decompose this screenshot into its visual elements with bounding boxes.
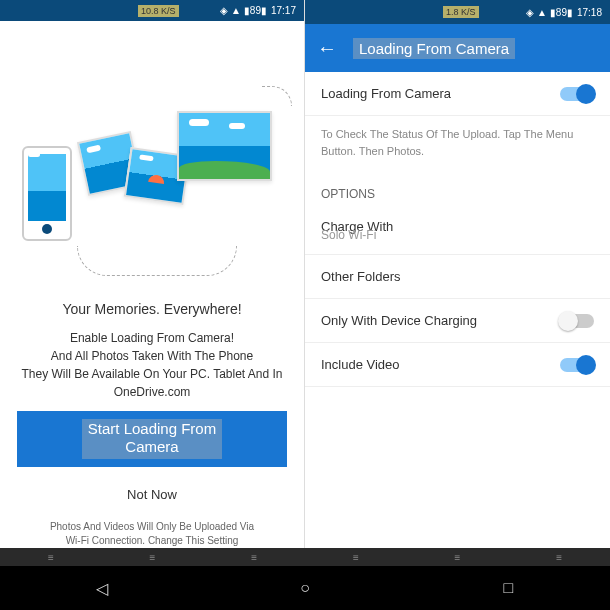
back-nav-button[interactable]: ◁ xyxy=(42,579,162,598)
only-charging-toggle-row[interactable]: Only With Device Charging xyxy=(305,299,610,343)
only-charging-toggle[interactable] xyxy=(560,314,594,328)
signal-icon: ▲ xyxy=(231,5,241,16)
status-bar-left: 10.8 K/S ◈ ▲ ▮89▮ 17:17 xyxy=(0,0,304,21)
menu-icon: ≡ xyxy=(556,552,562,563)
menu-icon: ≡ xyxy=(251,552,257,563)
back-arrow-icon[interactable]: ← xyxy=(317,37,337,60)
home-nav-button[interactable]: ○ xyxy=(245,579,365,597)
options-section-label: OPTIONS xyxy=(305,169,610,209)
battery-icon: ▮89▮ xyxy=(244,5,267,16)
menu-icon: ≡ xyxy=(48,552,54,563)
status-icons: ◈ ▲ ▮89▮ xyxy=(526,7,573,18)
status-description: To Check The Status Of The Upload. Tap T… xyxy=(305,116,610,169)
setting-label: Loading From Camera xyxy=(321,86,451,101)
status-bar-right: 1.8 K/S ◈ ▲ ▮89▮ 17:18 xyxy=(305,0,610,24)
page-description: Enable Loading From Camera! And All Phot… xyxy=(13,329,290,401)
photo-thumbnail-3 xyxy=(177,111,272,181)
network-speed: 1.8 K/S xyxy=(443,6,479,18)
navigation-bar: ◁ ○ □ xyxy=(0,566,610,610)
app-bar: ← Loading From Camera xyxy=(305,24,610,72)
setting-label: Only With Device Charging xyxy=(321,313,477,328)
onboarding-illustration xyxy=(12,81,292,261)
loading-camera-toggle[interactable] xyxy=(560,87,594,101)
not-now-button[interactable]: Not Now xyxy=(127,487,177,502)
phone-graphic xyxy=(22,146,72,241)
wifi-icon: ◈ xyxy=(526,7,534,18)
other-folders-row[interactable]: Other Folders xyxy=(305,255,610,299)
setting-label: Include Video xyxy=(321,357,400,372)
recent-nav-button[interactable]: □ xyxy=(448,579,568,597)
menu-icon: ≡ xyxy=(455,552,461,563)
charge-with-value: Solo Wi-Fi xyxy=(305,228,610,255)
setting-label: Other Folders xyxy=(321,269,400,284)
clock: 17:18 xyxy=(577,7,602,18)
include-video-toggle-row[interactable]: Include Video xyxy=(305,343,610,387)
network-speed: 10.8 K/S xyxy=(138,5,179,17)
menu-icon: ≡ xyxy=(150,552,156,563)
wifi-icon: ◈ xyxy=(220,5,228,16)
clock: 17:17 xyxy=(271,5,296,16)
signal-icon: ▲ xyxy=(537,7,547,18)
footer-note: Photos And Videos Will Only Be Uploaded … xyxy=(50,520,254,548)
battery-icon: ▮89▮ xyxy=(550,7,573,18)
menu-icon: ≡ xyxy=(353,552,359,563)
start-loading-button[interactable]: Start Loading From Camera xyxy=(17,411,287,467)
extra-bar: ≡ ≡ ≡ ≡ ≡ ≡ xyxy=(0,548,610,566)
status-icons: ◈ ▲ ▮89▮ xyxy=(220,5,267,16)
loading-camera-toggle-row[interactable]: Loading From Camera xyxy=(305,72,610,116)
page-title: Your Memories. Everywhere! xyxy=(62,301,241,317)
include-video-toggle[interactable] xyxy=(560,358,594,372)
app-bar-title: Loading From Camera xyxy=(353,38,515,59)
